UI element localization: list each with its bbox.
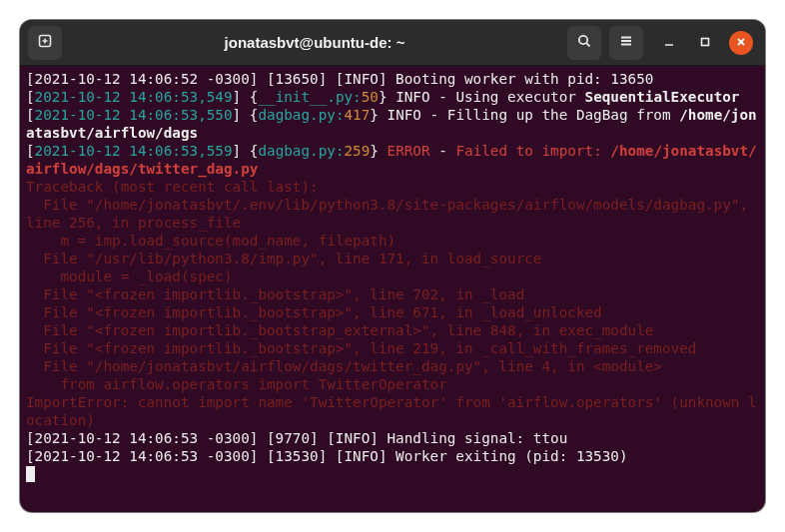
- terminal-window: jonatasbvt@ubuntu-de: ~: [20, 20, 765, 512]
- window-title: jonatasbvt@ubuntu-de: ~: [70, 34, 559, 51]
- minimize-icon: [663, 33, 675, 52]
- traceback-line: module = _load(spec): [26, 268, 233, 284]
- svg-rect-9: [702, 39, 709, 46]
- maximize-icon: [699, 33, 711, 52]
- search-button[interactable]: [567, 26, 601, 60]
- terminal-cursor: [26, 466, 35, 482]
- minimize-button[interactable]: [657, 31, 681, 55]
- log-line: [2021-10-12 14:06:53 -0300] [9770] [INFO…: [26, 430, 567, 446]
- menu-button[interactable]: [609, 26, 643, 60]
- maximize-button[interactable]: [693, 31, 717, 55]
- traceback-line: File "/usr/lib/python3.8/imp.py", line 1…: [26, 251, 541, 266]
- traceback-line: ImportError: cannot import name 'Twitter…: [26, 394, 757, 428]
- traceback-line: File "<frozen importlib._bootstrap>", li…: [26, 286, 524, 302]
- log-line: [2021-10-12 14:06:53,550] {dagbag.py:417…: [26, 107, 757, 141]
- traceback-line: File "<frozen importlib._bootstrap_exter…: [26, 322, 653, 338]
- log-line: [2021-10-12 14:06:53 -0300] [13530] [INF…: [26, 448, 628, 464]
- hamburger-icon: [618, 33, 634, 53]
- log-line: [2021-10-12 14:06:53,549] {__init__.py:5…: [26, 89, 739, 105]
- traceback-line: File "/home/jonatasbvt/.env/lib/python3.…: [26, 197, 757, 231]
- traceback-line: File "/home/jonatasbvt/airflow/dags/twit…: [26, 358, 662, 374]
- traceback-line: from airflow.operators import TwitterOpe…: [26, 376, 447, 392]
- traceback-line: File "<frozen importlib._bootstrap>", li…: [26, 304, 602, 320]
- new-tab-button[interactable]: [28, 26, 62, 60]
- titlebar: jonatasbvt@ubuntu-de: ~: [20, 20, 765, 66]
- close-icon: [735, 33, 747, 52]
- svg-point-3: [579, 35, 587, 43]
- traceback-line: File "<frozen importlib._bootstrap>", li…: [26, 340, 696, 356]
- log-line: [2021-10-12 14:06:52 -0300] [13650] [INF…: [26, 71, 653, 87]
- log-line: [2021-10-12 14:06:53,559] {dagbag.py:259…: [26, 143, 757, 177]
- svg-line-4: [586, 43, 589, 46]
- close-button[interactable]: [729, 31, 753, 55]
- terminal-output[interactable]: [2021-10-12 14:06:52 -0300] [13650] [INF…: [20, 66, 765, 512]
- search-icon: [576, 33, 592, 53]
- window-controls: [657, 31, 753, 55]
- traceback-line: m = imp.load_source(mod_name, filepath): [26, 233, 395, 249]
- new-tab-icon: [37, 33, 53, 53]
- traceback-line: Traceback (most recent call last):: [26, 179, 319, 195]
